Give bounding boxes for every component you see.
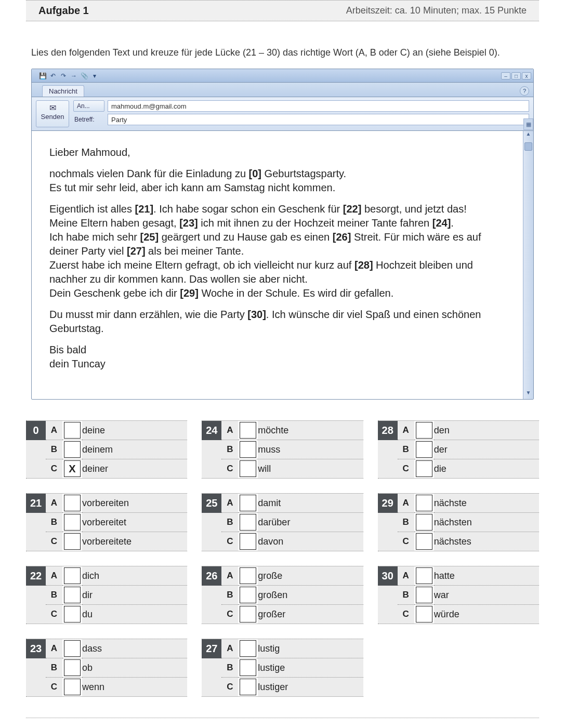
answer-checkbox[interactable] (416, 460, 432, 477)
option-label: C (46, 605, 62, 624)
answer-checkbox[interactable] (240, 640, 256, 657)
question-number: 28 (378, 421, 398, 440)
answer-checkbox[interactable] (240, 514, 256, 531)
help-icon[interactable]: ? (520, 86, 529, 96)
answer-checkbox[interactable] (240, 422, 256, 439)
option-label: B (398, 513, 414, 532)
option-text: vorbereitete (82, 532, 187, 551)
email-body: Lieber Mahmoud, nochmals vielen Dank für… (32, 131, 523, 399)
gap-26 (333, 231, 351, 243)
option-text: vorbereiten (82, 494, 187, 513)
forward-icon[interactable]: → (70, 72, 77, 80)
option-text: großen (258, 586, 363, 605)
answer-checkbox[interactable] (64, 659, 81, 676)
quick-access-toolbar: 💾 ↶ ↷ → 📎 ▾ (34, 72, 98, 80)
answer-checkbox[interactable] (240, 460, 256, 477)
gap-27 (127, 245, 146, 257)
option-label: A (46, 566, 62, 586)
answer-checkbox[interactable] (240, 495, 256, 511)
close-icon[interactable]: x (522, 72, 531, 80)
option-label: B (46, 586, 62, 605)
answer-checkbox[interactable] (240, 441, 256, 458)
question-25: 25AdamitBdarüberCdavon (202, 493, 363, 551)
scroll-up-icon[interactable]: ▲ (523, 131, 533, 140)
option-label: C (46, 459, 62, 479)
option-text: lustig (258, 639, 363, 658)
compose-header: ✉ Senden An... mahmoud.m@gmail.com Betre… (32, 97, 533, 131)
scroll-down-icon[interactable]: ▼ (523, 390, 533, 399)
option-label: B (46, 513, 62, 532)
email-greeting: Lieber Mahmoud, (49, 145, 505, 160)
attach-icon[interactable]: 📎 (81, 72, 88, 80)
answer-grid: 0AdeineBdeinemCXdeiner24AmöchteBmussCwil… (26, 420, 539, 718)
answer-checkbox[interactable] (240, 587, 256, 603)
save-icon[interactable]: 💾 (39, 72, 46, 80)
answer-checkbox[interactable] (64, 441, 81, 458)
qat-dropdown-icon[interactable]: ▾ (91, 72, 98, 80)
option-text: dir (82, 586, 187, 605)
answer-checkbox[interactable] (64, 606, 81, 623)
answer-checkbox[interactable] (416, 606, 432, 623)
option-label: B (221, 513, 238, 532)
email-paragraph: Du musst mir dann erzählen, wie die Part… (49, 308, 505, 336)
option-label: A (398, 566, 414, 586)
option-label: B (398, 586, 414, 605)
answer-checkbox[interactable] (64, 495, 81, 511)
answer-checkbox[interactable] (240, 533, 256, 550)
question-23: 23AdassBobCwenn (26, 639, 187, 697)
answer-checkbox[interactable] (240, 679, 256, 695)
answer-checkbox[interactable] (240, 659, 256, 676)
answer-checkbox[interactable] (416, 514, 432, 531)
scrollbar[interactable]: ▦ ▲ ▼ (523, 131, 533, 399)
answer-checkbox[interactable] (416, 533, 432, 550)
tab-nachricht[interactable]: Nachricht (42, 85, 84, 97)
option-text: war (434, 586, 539, 605)
window-controls: – □ x (501, 72, 531, 80)
option-text: du (82, 605, 187, 624)
question-number: 25 (202, 494, 221, 513)
answer-checkbox[interactable]: X (64, 460, 81, 477)
gap-25 (140, 231, 159, 243)
answer-checkbox[interactable] (416, 422, 432, 439)
option-label: A (46, 639, 62, 658)
question-number: 23 (26, 639, 46, 658)
minimize-icon[interactable]: – (501, 72, 510, 80)
answer-checkbox[interactable] (240, 567, 256, 584)
maximize-icon[interactable]: □ (511, 72, 521, 80)
answer-checkbox[interactable] (64, 679, 81, 695)
answer-checkbox[interactable] (416, 495, 432, 511)
answer-checkbox[interactable] (416, 587, 432, 603)
to-field[interactable]: mahmoud.m@gmail.com (108, 100, 529, 112)
answer-checkbox[interactable] (64, 533, 81, 550)
to-button[interactable]: An... (73, 100, 104, 112)
option-label: C (221, 459, 238, 479)
option-text: lustige (258, 658, 363, 678)
option-label: C (398, 605, 414, 624)
option-text: nächste (434, 494, 539, 513)
send-button[interactable]: ✉ Senden (36, 100, 69, 127)
answer-checkbox[interactable] (64, 422, 81, 439)
option-label: A (221, 639, 238, 658)
scroll-thumb[interactable] (524, 142, 532, 151)
option-text: deinem (82, 440, 187, 459)
option-label: C (221, 532, 238, 551)
option-label: C (221, 678, 238, 697)
answer-checkbox[interactable] (64, 587, 81, 603)
subject-field[interactable]: Party (108, 114, 529, 125)
exercise-info: Arbeitszeit: ca. 10 Minuten; max. 15 Pun… (346, 5, 527, 16)
answer-checkbox[interactable] (416, 441, 432, 458)
option-text: nächstes (434, 532, 539, 551)
question-30: 30AhatteBwarCwürde (378, 566, 539, 624)
question-22: 22AdichBdirCdu (26, 566, 187, 624)
answer-checkbox[interactable] (416, 567, 432, 584)
answer-checkbox[interactable] (64, 640, 81, 657)
undo-icon[interactable]: ↶ (49, 72, 57, 80)
option-text: ob (82, 658, 187, 678)
option-label: C (398, 532, 414, 551)
answer-checkbox[interactable] (240, 606, 256, 623)
answer-checkbox[interactable] (64, 567, 81, 584)
question-21: 21AvorbereitenBvorbereitetCvorbereitete (26, 493, 187, 551)
option-text: deine (82, 421, 187, 440)
answer-checkbox[interactable] (64, 514, 81, 531)
redo-icon[interactable]: ↷ (60, 72, 67, 80)
